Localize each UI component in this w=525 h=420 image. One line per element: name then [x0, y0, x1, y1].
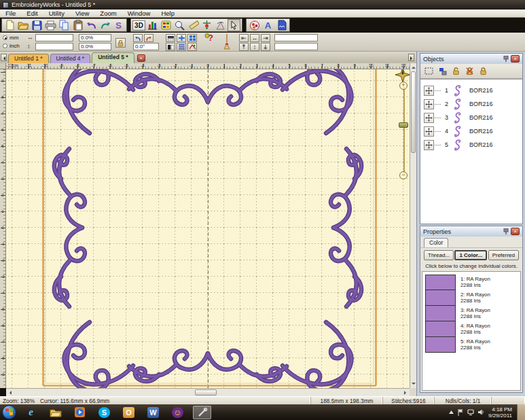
print-button[interactable] [44, 19, 57, 31]
color-row-2[interactable]: 2: RA Rayon2288 Iris [425, 290, 520, 306]
measure-tool-button[interactable] [187, 19, 200, 31]
view-3d-button[interactable]: 3D [132, 19, 145, 31]
object-row-1[interactable]: 1 BOR216 [420, 84, 522, 97]
align-y-field[interactable] [274, 43, 318, 50]
width-field[interactable] [35, 34, 73, 41]
color-row-3[interactable]: 3: RA Rayon2288 Iris [425, 306, 520, 321]
tab-untitled-5[interactable]: Untitled 5 * [92, 52, 134, 63]
start-button[interactable] [2, 405, 16, 419]
menu-utility[interactable]: Utility [43, 10, 70, 17]
width-percent-field[interactable] [79, 34, 111, 41]
tab-scroll-right-button[interactable] [408, 54, 414, 61]
taskbar-internet-explorer[interactable]: e [22, 406, 40, 419]
lock-toggle-icon[interactable] [464, 66, 475, 77]
align-center-v-button[interactable]: ↕ [250, 43, 259, 51]
zoom-tool-button[interactable] [173, 19, 186, 31]
scroll-left-arrow[interactable] [7, 391, 12, 395]
show-desktop-button[interactable] [517, 404, 525, 420]
redo-button[interactable] [98, 19, 111, 31]
menu-edit[interactable]: Edit [21, 10, 43, 17]
color-row-5[interactable]: 5: RA Rayon2288 Iris [425, 337, 520, 353]
palette-button[interactable] [160, 19, 173, 31]
rotate-right-button[interactable] [144, 34, 153, 42]
lock-all-icon[interactable] [477, 66, 489, 77]
stitch-ribbon-button[interactable]: S [112, 19, 125, 31]
monogram-button[interactable] [248, 19, 261, 31]
menu-help[interactable]: Help [156, 10, 180, 17]
color-row-4[interactable]: 4: RA Rayon2288 Iris [425, 321, 520, 337]
menu-window[interactable]: Window [122, 10, 156, 17]
tray-expand-icon[interactable] [449, 410, 454, 414]
thread-button[interactable]: Thread... [424, 250, 454, 260]
height-field[interactable] [35, 43, 73, 50]
paste-button[interactable] [71, 19, 84, 31]
objects-panel-close-button[interactable]: × [511, 55, 520, 63]
action-center-flag-icon[interactable] [458, 409, 463, 416]
hoop-position-button[interactable] [200, 19, 213, 31]
tab-untitled-1[interactable]: Untitled 1 * [8, 54, 49, 63]
lettering-button[interactable]: A [261, 19, 274, 31]
design-canvas[interactable]: N + − [6, 69, 410, 388]
copy-button[interactable] [58, 19, 71, 31]
scroll-down-arrow[interactable] [412, 383, 416, 387]
pin-icon[interactable] [502, 228, 509, 235]
tab-close-button[interactable]: × [137, 54, 145, 62]
clock[interactable]: 4:18 PM 9/29/2011 [488, 406, 514, 419]
color-row-1[interactable]: 1: RA Rayon2288 Iris [425, 275, 520, 290]
height-percent-field[interactable] [79, 43, 111, 50]
scroll-up-arrow[interactable] [412, 65, 416, 69]
pin-icon[interactable] [502, 55, 509, 63]
sequence-view-button-1[interactable] [166, 34, 175, 42]
taskbar-skype[interactable]: S [95, 406, 113, 419]
tab-color[interactable]: Color [424, 238, 448, 247]
color-chart-button[interactable] [146, 19, 159, 31]
scroll-right-arrow[interactable] [404, 391, 408, 395]
align-bottom-button[interactable]: ⇥ [261, 43, 270, 51]
color-swatch[interactable] [425, 290, 456, 306]
object-row-2[interactable]: 2 BOR216 [420, 97, 522, 111]
sequence-view-button-4[interactable] [166, 43, 175, 51]
taskbar-yahoo-messenger[interactable]: ☺ [168, 406, 187, 419]
unit-inch-radio[interactable]: inch [3, 43, 20, 49]
simulator-button[interactable]: ? [204, 33, 217, 50]
object-row-3[interactable]: 3 BOR216 [420, 111, 522, 124]
properties-panel-close-button[interactable]: × [511, 228, 520, 235]
zoom-slider-handle[interactable] [399, 122, 408, 128]
object-order-icon[interactable] [437, 66, 448, 77]
rotate-tool-button[interactable] [214, 19, 227, 31]
object-row-4[interactable]: 4 BOR216 [420, 124, 522, 138]
move-object-icon[interactable] [424, 140, 434, 150]
color-swatch[interactable] [425, 306, 456, 321]
object-row-5[interactable]: 5 BOR216 [420, 138, 522, 152]
tab-untitled-4[interactable]: Untitled 4 * [50, 54, 91, 63]
sequence-view-button-5[interactable] [177, 43, 186, 51]
sequence-view-button-6[interactable] [187, 43, 197, 51]
rotate-left-button[interactable] [133, 34, 143, 42]
align-center-h-button[interactable]: ↔ [250, 34, 259, 42]
taskbar-media-player[interactable] [71, 406, 89, 419]
one-color-button[interactable]: 1 Color... [454, 250, 487, 260]
taskbar-windows-explorer[interactable] [46, 406, 65, 419]
preferred-button[interactable]: Preferred [488, 250, 519, 260]
zoom-out-button[interactable]: − [399, 171, 408, 179]
v-scroll-thumb[interactable] [411, 71, 416, 153]
tab-scroll-left-button[interactable] [1, 54, 7, 61]
align-right-button[interactable]: ⇥ [261, 34, 270, 42]
new-file-button[interactable] [3, 19, 16, 31]
taskbar-outlook[interactable]: O [120, 406, 138, 419]
move-object-icon[interactable] [424, 126, 434, 137]
select-objects-icon[interactable] [423, 66, 435, 77]
network-icon[interactable] [467, 409, 474, 415]
menu-file[interactable]: File [0, 10, 21, 17]
color-swatch[interactable] [425, 275, 456, 290]
volume-icon[interactable] [478, 409, 484, 415]
color-swatch[interactable] [425, 337, 456, 353]
horizontal-scrollbar[interactable] [6, 388, 410, 396]
h-scroll-thumb[interactable] [195, 389, 217, 396]
unit-mm-radio[interactable]: mm [3, 35, 18, 41]
open-file-button[interactable] [17, 19, 30, 31]
color-swatch[interactable] [425, 321, 456, 337]
align-top-button[interactable]: ⇤ [239, 43, 249, 51]
angle-field[interactable] [133, 43, 159, 50]
move-object-icon[interactable] [424, 86, 434, 96]
